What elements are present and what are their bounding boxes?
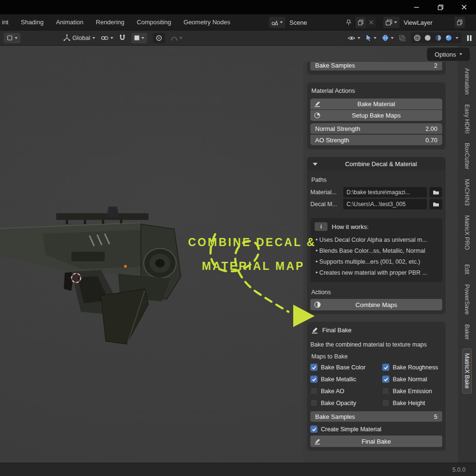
- checkbox-label: Bake AO: [321, 388, 344, 395]
- checkbox-icon: [310, 387, 317, 395]
- info-icon[interactable]: i: [315, 222, 327, 231]
- scene-icon: [271, 19, 278, 26]
- active-tool-icon: [7, 35, 13, 41]
- decal-path-input[interactable]: C:\Users\A...\test3_005: [343, 199, 427, 209]
- close-button[interactable]: [452, 0, 476, 14]
- sidebar-tab-easy-hdri[interactable]: Easy HDRI: [463, 104, 471, 134]
- material-path-browse-button[interactable]: [429, 187, 442, 198]
- checkbox-icon: [310, 376, 317, 383]
- shading-wireframe-button[interactable]: [414, 34, 421, 41]
- xray-toggle[interactable]: [399, 35, 406, 41]
- normal-strength-slider[interactable]: Normal Strength 2.00: [310, 123, 442, 134]
- blender-window: int Shading Animation Rendering Composit…: [0, 0, 476, 476]
- close-icon: [461, 4, 467, 10]
- snap-toggle[interactable]: [119, 34, 126, 41]
- ao-strength-slider[interactable]: AO Strength 0.70: [310, 135, 442, 145]
- final-bake-button-label: Final Bake: [362, 438, 391, 445]
- restore-button[interactable]: [428, 0, 452, 14]
- tool-selector-dropdown[interactable]: [4, 33, 20, 43]
- sidebar-tab-matricx-pro[interactable]: MatricX PRO: [463, 215, 471, 250]
- bake-samples-slider-bottom[interactable]: Bake Samples 5: [310, 411, 442, 422]
- checkbox-bake-base-color[interactable]: Bake Base Color: [310, 364, 382, 371]
- bake-material-button[interactable]: Bake Material: [310, 99, 442, 109]
- final-bake-button[interactable]: Final Bake: [310, 436, 442, 447]
- shading-mode-group: [411, 32, 461, 43]
- sidebar-panel: Bake Samples 2 Material Actions Bake Mat…: [303, 62, 458, 463]
- chevron-down-icon: [391, 37, 394, 39]
- workspace-tab-animation[interactable]: Animation: [50, 14, 89, 30]
- how-it-works-bullet: Blends Base Color...ss, Metallic, Normal: [315, 245, 438, 256]
- checkbox-bake-normal[interactable]: Bake Normal: [382, 376, 442, 383]
- final-bake-title: Final Bake: [322, 327, 351, 334]
- checkbox-bake-ao[interactable]: Bake AO: [310, 387, 382, 395]
- checkbox-bake-roughness[interactable]: Bake Roughness: [382, 364, 442, 371]
- pause-toggle-button[interactable]: [466, 35, 472, 41]
- transform-orientation-dropdown[interactable]: Global: [63, 34, 95, 41]
- scene-copy-button[interactable]: [356, 17, 366, 28]
- titlebar: [0, 0, 476, 14]
- sidebar-tab-boxcutter[interactable]: BoxCutter: [463, 142, 471, 170]
- shading-rendered-button[interactable]: [445, 34, 452, 41]
- sidebar-tab-machin3[interactable]: MACHIN3: [463, 178, 471, 206]
- material-actions-box: Material Actions Bake Material Setup Bak…: [307, 82, 446, 149]
- brush-settings-dropdown[interactable]: [131, 33, 147, 43]
- falloff-dropdown[interactable]: [171, 35, 182, 41]
- shading-material-button[interactable]: [435, 34, 442, 41]
- shading-solid-button[interactable]: [424, 34, 431, 41]
- decal-path-browse-button[interactable]: [429, 199, 442, 209]
- overlays-dropdown[interactable]: [382, 34, 394, 41]
- checkbox-bake-height[interactable]: Bake Height: [382, 399, 442, 407]
- workspace-tab-geometry-nodes[interactable]: Geometry Nodes: [178, 14, 237, 30]
- pin-icon[interactable]: [346, 20, 351, 26]
- slider-value: 0.70: [426, 137, 437, 144]
- checkbox-create-simple-material[interactable]: Create Simple Material: [310, 426, 442, 433]
- checkbox-icon: [382, 376, 389, 383]
- viewport-display-controls: [347, 32, 472, 43]
- workspace-tab-shading[interactable]: Shading: [15, 14, 50, 30]
- checkbox-icon: [310, 426, 317, 433]
- how-it-works-bullet: Uses Decal Color Alpha as universal m...: [315, 234, 438, 245]
- checkbox-icon: [382, 399, 389, 407]
- scene-name-field[interactable]: Scene: [286, 17, 355, 28]
- slider-label: AO Strength: [315, 137, 349, 144]
- unlink-x-icon: [369, 20, 374, 25]
- bake-settings-box: Bake Samples 2: [307, 62, 446, 75]
- decal-path-label: Decal M...: [310, 201, 341, 208]
- chevron-down-icon: [394, 21, 397, 23]
- how-it-works-bullet: Creates new material with proper PBR ...: [315, 267, 438, 278]
- workspace-tab-compositing[interactable]: Compositing: [130, 14, 177, 30]
- combine-panel-header[interactable]: Combine Decal & Material: [307, 157, 446, 171]
- visibility-dropdown[interactable]: [347, 35, 360, 41]
- gun-model[interactable]: [0, 206, 186, 351]
- checkbox-bake-opacity[interactable]: Bake Opacity: [310, 399, 382, 407]
- view-layer-name: ViewLayer: [404, 19, 432, 26]
- chevron-down-icon: [456, 37, 458, 39]
- annotation-line1: COMBINE DECAL &: [188, 236, 316, 249]
- checkbox-bake-emission[interactable]: Bake Emission: [382, 387, 442, 395]
- workspace-tab-rendering[interactable]: Rendering: [89, 14, 130, 30]
- view-layer-type-dropdown[interactable]: [383, 17, 399, 28]
- sidebar-tab-matricx-bake[interactable]: MatricX Bake: [462, 348, 472, 393]
- minimize-button[interactable]: [405, 0, 428, 14]
- scene-type-dropdown[interactable]: [269, 17, 285, 28]
- proportional-editing-toggle[interactable]: [153, 33, 165, 43]
- options-dropdown[interactable]: Options: [427, 48, 470, 61]
- checkbox-bake-metallic[interactable]: Bake Metallic: [310, 376, 382, 383]
- setup-bake-maps-button[interactable]: Setup Bake Maps: [310, 110, 442, 121]
- sidebar-tab-powersave[interactable]: PowerSave: [463, 284, 471, 315]
- material-path-input[interactable]: D:\bake texture\magazi...: [343, 187, 427, 198]
- combine-maps-button[interactable]: Combine Maps: [310, 299, 442, 310]
- sidebar-tab-animation[interactable]: Animation: [463, 68, 471, 95]
- view-layer-name-field[interactable]: ViewLayer: [400, 17, 454, 28]
- snap-target-dropdown[interactable]: [101, 35, 113, 41]
- sidebar-tab-edit[interactable]: Edit: [463, 264, 471, 275]
- scene-unlink-button[interactable]: [367, 17, 376, 28]
- expand-triangle-icon: [313, 163, 317, 166]
- sidebar-tab-baker[interactable]: Baker: [463, 324, 471, 340]
- gizmos-dropdown[interactable]: [366, 34, 377, 41]
- annotation-line2: MATERIAL MAP: [202, 260, 305, 273]
- view-layer-copy-button[interactable]: [455, 17, 465, 28]
- bake-samples-slider-top[interactable]: Bake Samples 2: [310, 62, 442, 70]
- workspace-tab-paint[interactable]: int: [0, 14, 15, 30]
- version-label: 5.0.0: [452, 466, 466, 473]
